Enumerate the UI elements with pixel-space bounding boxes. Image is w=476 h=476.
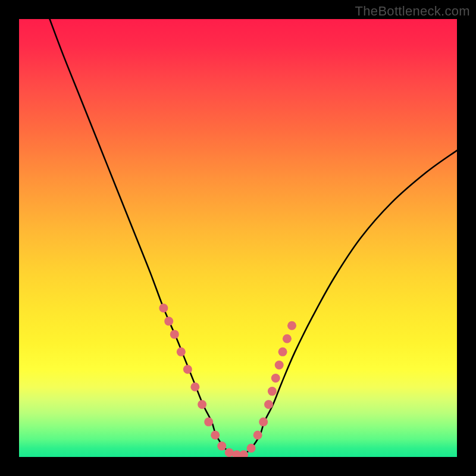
marker-dot	[268, 387, 277, 396]
marker-dot	[159, 303, 168, 312]
marker-dot	[264, 400, 273, 409]
marker-dot	[278, 347, 287, 356]
marker-dot	[283, 334, 292, 343]
chart-frame: TheBottleneck.com	[0, 0, 476, 476]
plot-area	[19, 19, 457, 457]
marker-dot	[198, 400, 206, 409]
bottleneck-curve	[50, 19, 457, 456]
marker-dot	[287, 321, 296, 330]
marker-dot	[247, 444, 256, 453]
marker-dot	[217, 441, 226, 450]
highlight-markers	[159, 303, 296, 457]
marker-dot	[259, 418, 268, 427]
marker-dot	[253, 431, 262, 440]
watermark-text: TheBottleneck.com	[355, 4, 470, 19]
marker-dot	[275, 361, 284, 369]
marker-dot	[204, 418, 213, 427]
marker-dot	[271, 374, 280, 383]
marker-dot	[177, 347, 186, 356]
marker-dot	[211, 431, 220, 440]
marker-dot	[164, 317, 173, 325]
marker-dot	[190, 383, 199, 392]
marker-dot	[170, 330, 179, 339]
curve-layer	[19, 19, 457, 457]
marker-dot	[183, 365, 192, 374]
